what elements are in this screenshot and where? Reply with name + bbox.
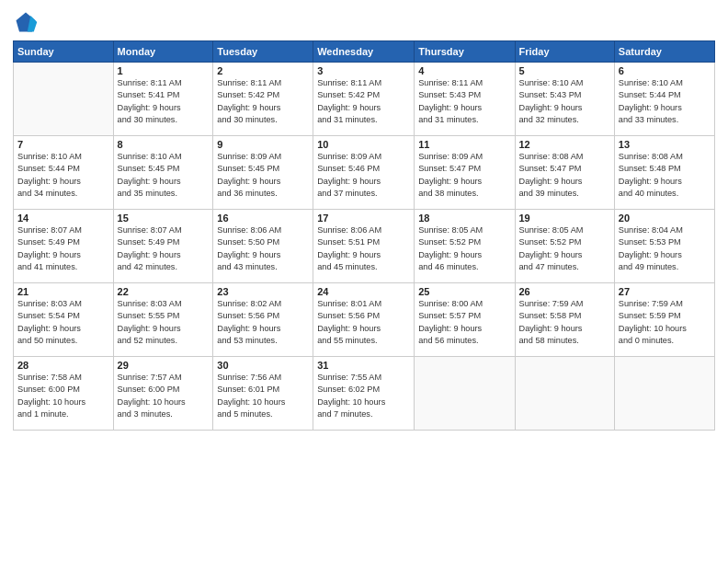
day-cell: 22Sunrise: 8:03 AM Sunset: 5:55 PM Dayli… — [113, 283, 213, 357]
day-cell: 25Sunrise: 8:00 AM Sunset: 5:57 PM Dayli… — [415, 283, 515, 357]
day-info: Sunrise: 7:59 AM Sunset: 5:58 PM Dayligh… — [519, 298, 610, 347]
day-cell — [515, 357, 614, 431]
day-cell: 21Sunrise: 8:03 AM Sunset: 5:54 PM Dayli… — [14, 283, 114, 357]
week-row-2: 7Sunrise: 8:10 AM Sunset: 5:44 PM Daylig… — [14, 136, 715, 210]
day-info: Sunrise: 8:00 AM Sunset: 5:57 PM Dayligh… — [418, 298, 510, 347]
week-row-1: 1Sunrise: 8:11 AM Sunset: 5:41 PM Daylig… — [14, 63, 715, 136]
day-number: 31 — [317, 360, 410, 371]
day-number: 3 — [317, 65, 410, 76]
day-info: Sunrise: 8:08 AM Sunset: 5:47 PM Dayligh… — [519, 151, 610, 200]
day-number: 26 — [519, 286, 610, 297]
page: SundayMondayTuesdayWednesdayThursdayFrid… — [0, 0, 728, 563]
day-info: Sunrise: 7:55 AM Sunset: 6:02 PM Dayligh… — [317, 372, 410, 420]
day-number: 16 — [217, 213, 309, 224]
day-info: Sunrise: 7:56 AM Sunset: 6:01 PM Dayligh… — [217, 372, 309, 420]
day-number: 8 — [118, 139, 210, 150]
day-info: Sunrise: 8:10 AM Sunset: 5:44 PM Dayligh… — [17, 151, 109, 200]
day-info: Sunrise: 8:05 AM Sunset: 5:52 PM Dayligh… — [519, 224, 610, 273]
day-info: Sunrise: 8:04 AM Sunset: 5:53 PM Dayligh… — [619, 224, 711, 273]
day-cell: 5Sunrise: 8:10 AM Sunset: 5:43 PM Daylig… — [515, 63, 614, 136]
day-cell: 27Sunrise: 7:59 AM Sunset: 5:59 PM Dayli… — [614, 283, 714, 357]
day-info: Sunrise: 8:07 AM Sunset: 5:49 PM Dayligh… — [17, 224, 109, 273]
week-row-4: 21Sunrise: 8:03 AM Sunset: 5:54 PM Dayli… — [14, 283, 715, 357]
day-cell — [614, 357, 714, 431]
day-info: Sunrise: 7:57 AM Sunset: 6:00 PM Dayligh… — [118, 372, 210, 420]
col-header-wednesday: Wednesday — [313, 41, 415, 63]
day-cell: 2Sunrise: 8:11 AM Sunset: 5:42 PM Daylig… — [213, 63, 313, 136]
day-cell: 10Sunrise: 8:09 AM Sunset: 5:46 PM Dayli… — [313, 136, 415, 210]
header — [13, 9, 715, 35]
week-row-5: 28Sunrise: 7:58 AM Sunset: 6:00 PM Dayli… — [14, 357, 715, 431]
day-cell: 19Sunrise: 8:05 AM Sunset: 5:52 PM Dayli… — [515, 210, 614, 283]
day-number: 5 — [519, 65, 610, 76]
day-number: 17 — [317, 213, 410, 224]
col-header-thursday: Thursday — [415, 41, 515, 63]
day-info: Sunrise: 8:08 AM Sunset: 5:48 PM Dayligh… — [619, 151, 711, 200]
day-cell: 20Sunrise: 8:04 AM Sunset: 5:53 PM Dayli… — [614, 210, 714, 283]
day-cell: 15Sunrise: 8:07 AM Sunset: 5:49 PM Dayli… — [113, 210, 213, 283]
calendar-body: 1Sunrise: 8:11 AM Sunset: 5:41 PM Daylig… — [14, 63, 715, 431]
day-info: Sunrise: 8:09 AM Sunset: 5:45 PM Dayligh… — [217, 151, 309, 200]
col-header-sunday: Sunday — [14, 41, 114, 63]
day-number: 18 — [418, 213, 510, 224]
day-cell: 26Sunrise: 7:59 AM Sunset: 5:58 PM Dayli… — [515, 283, 614, 357]
day-number: 2 — [217, 65, 309, 76]
day-cell: 18Sunrise: 8:05 AM Sunset: 5:52 PM Dayli… — [415, 210, 515, 283]
col-header-saturday: Saturday — [614, 41, 714, 63]
day-cell: 4Sunrise: 8:11 AM Sunset: 5:43 PM Daylig… — [415, 63, 515, 136]
day-cell: 30Sunrise: 7:56 AM Sunset: 6:01 PM Dayli… — [213, 357, 313, 431]
day-info: Sunrise: 8:03 AM Sunset: 5:54 PM Dayligh… — [17, 298, 109, 347]
day-info: Sunrise: 8:06 AM Sunset: 5:50 PM Dayligh… — [217, 224, 309, 273]
logo-icon — [13, 9, 39, 35]
day-number: 13 — [619, 139, 711, 150]
day-cell: 7Sunrise: 8:10 AM Sunset: 5:44 PM Daylig… — [14, 136, 114, 210]
day-cell: 14Sunrise: 8:07 AM Sunset: 5:49 PM Dayli… — [14, 210, 114, 283]
day-cell: 8Sunrise: 8:10 AM Sunset: 5:45 PM Daylig… — [113, 136, 213, 210]
day-cell: 24Sunrise: 8:01 AM Sunset: 5:56 PM Dayli… — [313, 283, 415, 357]
day-number: 25 — [418, 286, 510, 297]
day-number: 1 — [118, 65, 210, 76]
day-number: 11 — [418, 139, 510, 150]
day-number: 9 — [217, 139, 309, 150]
day-info: Sunrise: 8:06 AM Sunset: 5:51 PM Dayligh… — [317, 224, 410, 273]
day-info: Sunrise: 8:03 AM Sunset: 5:55 PM Dayligh… — [118, 298, 210, 347]
day-number: 24 — [317, 286, 410, 297]
col-header-tuesday: Tuesday — [213, 41, 313, 63]
day-cell: 29Sunrise: 7:57 AM Sunset: 6:00 PM Dayli… — [113, 357, 213, 431]
day-info: Sunrise: 7:59 AM Sunset: 5:59 PM Dayligh… — [619, 298, 711, 347]
day-cell — [415, 357, 515, 431]
day-cell: 12Sunrise: 8:08 AM Sunset: 5:47 PM Dayli… — [515, 136, 614, 210]
day-number: 12 — [519, 139, 610, 150]
day-cell: 31Sunrise: 7:55 AM Sunset: 6:02 PM Dayli… — [313, 357, 415, 431]
day-info: Sunrise: 8:11 AM Sunset: 5:43 PM Dayligh… — [418, 77, 510, 126]
day-number: 10 — [317, 139, 410, 150]
day-info: Sunrise: 8:10 AM Sunset: 5:45 PM Dayligh… — [118, 151, 210, 200]
day-cell: 3Sunrise: 8:11 AM Sunset: 5:42 PM Daylig… — [313, 63, 415, 136]
day-info: Sunrise: 8:11 AM Sunset: 5:42 PM Dayligh… — [317, 77, 410, 126]
day-cell — [14, 63, 114, 136]
day-number: 20 — [619, 213, 711, 224]
header-row: SundayMondayTuesdayWednesdayThursdayFrid… — [14, 41, 715, 63]
day-number: 7 — [17, 139, 109, 150]
logo — [13, 9, 42, 35]
day-number: 4 — [418, 65, 510, 76]
day-info: Sunrise: 8:02 AM Sunset: 5:56 PM Dayligh… — [217, 298, 309, 347]
week-row-3: 14Sunrise: 8:07 AM Sunset: 5:49 PM Dayli… — [14, 210, 715, 283]
calendar-table: SundayMondayTuesdayWednesdayThursdayFrid… — [13, 40, 715, 431]
day-info: Sunrise: 7:58 AM Sunset: 6:00 PM Dayligh… — [17, 372, 109, 420]
day-number: 28 — [17, 360, 109, 371]
day-info: Sunrise: 8:10 AM Sunset: 5:43 PM Dayligh… — [519, 77, 610, 126]
day-cell: 13Sunrise: 8:08 AM Sunset: 5:48 PM Dayli… — [614, 136, 714, 210]
col-header-friday: Friday — [515, 41, 614, 63]
day-info: Sunrise: 8:01 AM Sunset: 5:56 PM Dayligh… — [317, 298, 410, 347]
day-number: 21 — [17, 286, 109, 297]
day-info: Sunrise: 8:09 AM Sunset: 5:47 PM Dayligh… — [418, 151, 510, 200]
day-number: 23 — [217, 286, 309, 297]
day-number: 15 — [118, 213, 210, 224]
day-number: 14 — [17, 213, 109, 224]
day-cell: 17Sunrise: 8:06 AM Sunset: 5:51 PM Dayli… — [313, 210, 415, 283]
day-cell: 1Sunrise: 8:11 AM Sunset: 5:41 PM Daylig… — [113, 63, 213, 136]
day-cell: 6Sunrise: 8:10 AM Sunset: 5:44 PM Daylig… — [614, 63, 714, 136]
day-cell: 16Sunrise: 8:06 AM Sunset: 5:50 PM Dayli… — [213, 210, 313, 283]
day-info: Sunrise: 8:10 AM Sunset: 5:44 PM Dayligh… — [619, 77, 711, 126]
